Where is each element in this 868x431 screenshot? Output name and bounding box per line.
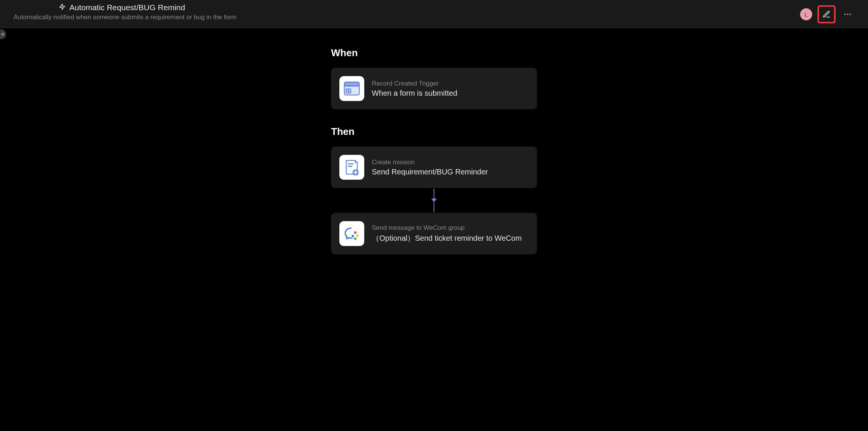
- svg-point-2: [847, 14, 848, 15]
- action-card-title: Send Requirement/BUG Reminder: [372, 168, 488, 176]
- trigger-card-body: Record Created Trigger When a form is su…: [372, 80, 457, 98]
- action-card-body: Send message to WeCom group （Optional）Se…: [372, 224, 522, 243]
- svg-point-3: [850, 14, 851, 15]
- header-left: Automatic Request/BUG Remind Automatical…: [14, 3, 237, 21]
- svg-point-18: [354, 231, 356, 234]
- svg-rect-9: [344, 86, 359, 86]
- bolt-icon: [59, 3, 66, 12]
- svg-point-21: [352, 235, 354, 237]
- page-header: Automatic Request/BUG Remind Automatical…: [0, 0, 868, 28]
- wecom-icon: [339, 221, 364, 246]
- when-section: When Record Created Trigger When a form …: [331, 47, 537, 109]
- menu-icon: [1, 32, 5, 37]
- svg-point-19: [356, 234, 358, 237]
- workflow-canvas: When Record Created Trigger When a form …: [0, 28, 868, 273]
- action-card-label: Send message to WeCom group: [372, 224, 522, 232]
- action-card-wecom[interactable]: Send message to WeCom group （Optional）Se…: [331, 213, 537, 254]
- action-card-label: Create mission: [372, 159, 488, 166]
- when-heading: When: [331, 47, 537, 59]
- form-icon: [339, 76, 364, 101]
- svg-marker-0: [60, 4, 65, 10]
- then-heading: Then: [331, 126, 537, 138]
- action-card-body: Create mission Send Requirement/BUG Remi…: [372, 159, 488, 176]
- edit-icon: [822, 10, 831, 18]
- trigger-card-title: When a form is submitted: [372, 89, 457, 98]
- svg-point-1: [844, 14, 846, 15]
- connector: [331, 188, 537, 213]
- page-subtitle: Automatically notified when someone subm…: [14, 14, 237, 21]
- header-right: L: [800, 3, 854, 23]
- edit-button-highlight: [817, 5, 836, 23]
- then-section: Then Create mission Send Requirement/BUG…: [331, 126, 537, 254]
- action-card-title: （Optional）Send ticket reminder to WeCom: [372, 233, 522, 243]
- title-row: Automatic Request/BUG Remind: [14, 3, 237, 12]
- more-button[interactable]: [841, 8, 854, 21]
- trigger-card-label: Record Created Trigger: [372, 80, 457, 87]
- avatar[interactable]: L: [800, 8, 812, 20]
- document-plus-icon: [339, 155, 364, 180]
- connector-line: [434, 202, 434, 212]
- connector-line: [434, 189, 434, 199]
- more-horizontal-icon: [843, 10, 852, 19]
- action-card-create-mission[interactable]: Create mission Send Requirement/BUG Remi…: [331, 147, 537, 188]
- page-title: Automatic Request/BUG Remind: [69, 3, 185, 12]
- chevron-down-icon: [431, 199, 437, 202]
- trigger-card[interactable]: Record Created Trigger When a form is su…: [331, 68, 537, 109]
- edit-button[interactable]: [820, 8, 833, 21]
- svg-point-20: [354, 238, 356, 240]
